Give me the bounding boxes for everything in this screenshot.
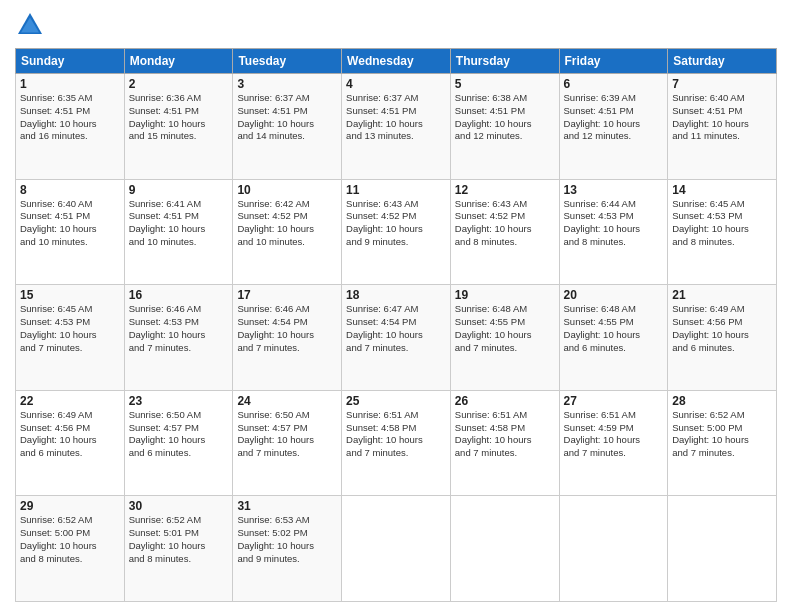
day-cell: 9Sunrise: 6:41 AM Sunset: 4:51 PM Daylig… xyxy=(124,179,233,285)
day-cell: 3Sunrise: 6:37 AM Sunset: 4:51 PM Daylig… xyxy=(233,74,342,180)
day-number: 13 xyxy=(564,183,664,197)
day-cell: 5Sunrise: 6:38 AM Sunset: 4:51 PM Daylig… xyxy=(450,74,559,180)
day-cell: 30Sunrise: 6:52 AM Sunset: 5:01 PM Dayli… xyxy=(124,496,233,602)
page: SundayMondayTuesdayWednesdayThursdayFrid… xyxy=(0,0,792,612)
header-cell-saturday: Saturday xyxy=(668,49,777,74)
day-info: Sunrise: 6:42 AM Sunset: 4:52 PM Dayligh… xyxy=(237,198,337,249)
day-cell: 16Sunrise: 6:46 AM Sunset: 4:53 PM Dayli… xyxy=(124,285,233,391)
day-cell: 7Sunrise: 6:40 AM Sunset: 4:51 PM Daylig… xyxy=(668,74,777,180)
day-number: 26 xyxy=(455,394,555,408)
day-info: Sunrise: 6:46 AM Sunset: 4:54 PM Dayligh… xyxy=(237,303,337,354)
day-cell xyxy=(342,496,451,602)
day-cell: 24Sunrise: 6:50 AM Sunset: 4:57 PM Dayli… xyxy=(233,390,342,496)
day-number: 25 xyxy=(346,394,446,408)
day-cell: 11Sunrise: 6:43 AM Sunset: 4:52 PM Dayli… xyxy=(342,179,451,285)
day-info: Sunrise: 6:36 AM Sunset: 4:51 PM Dayligh… xyxy=(129,92,229,143)
day-number: 29 xyxy=(20,499,120,513)
day-number: 22 xyxy=(20,394,120,408)
header-cell-wednesday: Wednesday xyxy=(342,49,451,74)
day-info: Sunrise: 6:50 AM Sunset: 4:57 PM Dayligh… xyxy=(129,409,229,460)
day-number: 4 xyxy=(346,77,446,91)
day-number: 19 xyxy=(455,288,555,302)
day-info: Sunrise: 6:37 AM Sunset: 4:51 PM Dayligh… xyxy=(237,92,337,143)
day-info: Sunrise: 6:50 AM Sunset: 4:57 PM Dayligh… xyxy=(237,409,337,460)
day-info: Sunrise: 6:51 AM Sunset: 4:58 PM Dayligh… xyxy=(346,409,446,460)
day-cell: 20Sunrise: 6:48 AM Sunset: 4:55 PM Dayli… xyxy=(559,285,668,391)
week-row-2: 8Sunrise: 6:40 AM Sunset: 4:51 PM Daylig… xyxy=(16,179,777,285)
day-cell: 6Sunrise: 6:39 AM Sunset: 4:51 PM Daylig… xyxy=(559,74,668,180)
day-info: Sunrise: 6:37 AM Sunset: 4:51 PM Dayligh… xyxy=(346,92,446,143)
day-cell: 8Sunrise: 6:40 AM Sunset: 4:51 PM Daylig… xyxy=(16,179,125,285)
day-number: 14 xyxy=(672,183,772,197)
day-number: 18 xyxy=(346,288,446,302)
day-number: 9 xyxy=(129,183,229,197)
day-cell: 12Sunrise: 6:43 AM Sunset: 4:52 PM Dayli… xyxy=(450,179,559,285)
header-row: SundayMondayTuesdayWednesdayThursdayFrid… xyxy=(16,49,777,74)
day-number: 2 xyxy=(129,77,229,91)
day-number: 10 xyxy=(237,183,337,197)
day-info: Sunrise: 6:43 AM Sunset: 4:52 PM Dayligh… xyxy=(455,198,555,249)
day-number: 7 xyxy=(672,77,772,91)
day-cell: 21Sunrise: 6:49 AM Sunset: 4:56 PM Dayli… xyxy=(668,285,777,391)
calendar-table: SundayMondayTuesdayWednesdayThursdayFrid… xyxy=(15,48,777,602)
header xyxy=(15,10,777,40)
day-number: 6 xyxy=(564,77,664,91)
logo-icon xyxy=(15,10,45,40)
day-number: 15 xyxy=(20,288,120,302)
day-cell: 1Sunrise: 6:35 AM Sunset: 4:51 PM Daylig… xyxy=(16,74,125,180)
logo xyxy=(15,10,49,40)
week-row-1: 1Sunrise: 6:35 AM Sunset: 4:51 PM Daylig… xyxy=(16,74,777,180)
day-info: Sunrise: 6:48 AM Sunset: 4:55 PM Dayligh… xyxy=(564,303,664,354)
week-row-5: 29Sunrise: 6:52 AM Sunset: 5:00 PM Dayli… xyxy=(16,496,777,602)
day-cell xyxy=(668,496,777,602)
day-info: Sunrise: 6:52 AM Sunset: 5:00 PM Dayligh… xyxy=(20,514,120,565)
day-cell: 29Sunrise: 6:52 AM Sunset: 5:00 PM Dayli… xyxy=(16,496,125,602)
day-number: 17 xyxy=(237,288,337,302)
day-cell: 23Sunrise: 6:50 AM Sunset: 4:57 PM Dayli… xyxy=(124,390,233,496)
day-number: 8 xyxy=(20,183,120,197)
day-number: 27 xyxy=(564,394,664,408)
day-info: Sunrise: 6:35 AM Sunset: 4:51 PM Dayligh… xyxy=(20,92,120,143)
day-info: Sunrise: 6:51 AM Sunset: 4:58 PM Dayligh… xyxy=(455,409,555,460)
day-cell: 2Sunrise: 6:36 AM Sunset: 4:51 PM Daylig… xyxy=(124,74,233,180)
day-cell xyxy=(559,496,668,602)
day-info: Sunrise: 6:49 AM Sunset: 4:56 PM Dayligh… xyxy=(20,409,120,460)
day-number: 30 xyxy=(129,499,229,513)
day-cell: 19Sunrise: 6:48 AM Sunset: 4:55 PM Dayli… xyxy=(450,285,559,391)
day-info: Sunrise: 6:53 AM Sunset: 5:02 PM Dayligh… xyxy=(237,514,337,565)
day-cell: 18Sunrise: 6:47 AM Sunset: 4:54 PM Dayli… xyxy=(342,285,451,391)
header-cell-tuesday: Tuesday xyxy=(233,49,342,74)
day-number: 24 xyxy=(237,394,337,408)
day-info: Sunrise: 6:41 AM Sunset: 4:51 PM Dayligh… xyxy=(129,198,229,249)
day-number: 23 xyxy=(129,394,229,408)
day-cell xyxy=(450,496,559,602)
day-info: Sunrise: 6:40 AM Sunset: 4:51 PM Dayligh… xyxy=(20,198,120,249)
day-cell: 25Sunrise: 6:51 AM Sunset: 4:58 PM Dayli… xyxy=(342,390,451,496)
day-info: Sunrise: 6:49 AM Sunset: 4:56 PM Dayligh… xyxy=(672,303,772,354)
day-info: Sunrise: 6:52 AM Sunset: 5:00 PM Dayligh… xyxy=(672,409,772,460)
day-info: Sunrise: 6:45 AM Sunset: 4:53 PM Dayligh… xyxy=(20,303,120,354)
day-cell: 22Sunrise: 6:49 AM Sunset: 4:56 PM Dayli… xyxy=(16,390,125,496)
day-cell: 15Sunrise: 6:45 AM Sunset: 4:53 PM Dayli… xyxy=(16,285,125,391)
header-cell-thursday: Thursday xyxy=(450,49,559,74)
day-number: 16 xyxy=(129,288,229,302)
day-number: 20 xyxy=(564,288,664,302)
day-number: 11 xyxy=(346,183,446,197)
calendar-header: SundayMondayTuesdayWednesdayThursdayFrid… xyxy=(16,49,777,74)
day-number: 28 xyxy=(672,394,772,408)
header-cell-friday: Friday xyxy=(559,49,668,74)
day-number: 3 xyxy=(237,77,337,91)
week-row-4: 22Sunrise: 6:49 AM Sunset: 4:56 PM Dayli… xyxy=(16,390,777,496)
day-cell: 4Sunrise: 6:37 AM Sunset: 4:51 PM Daylig… xyxy=(342,74,451,180)
day-cell: 31Sunrise: 6:53 AM Sunset: 5:02 PM Dayli… xyxy=(233,496,342,602)
day-cell: 27Sunrise: 6:51 AM Sunset: 4:59 PM Dayli… xyxy=(559,390,668,496)
day-info: Sunrise: 6:52 AM Sunset: 5:01 PM Dayligh… xyxy=(129,514,229,565)
day-info: Sunrise: 6:38 AM Sunset: 4:51 PM Dayligh… xyxy=(455,92,555,143)
day-cell: 10Sunrise: 6:42 AM Sunset: 4:52 PM Dayli… xyxy=(233,179,342,285)
day-info: Sunrise: 6:43 AM Sunset: 4:52 PM Dayligh… xyxy=(346,198,446,249)
day-info: Sunrise: 6:47 AM Sunset: 4:54 PM Dayligh… xyxy=(346,303,446,354)
week-row-3: 15Sunrise: 6:45 AM Sunset: 4:53 PM Dayli… xyxy=(16,285,777,391)
day-info: Sunrise: 6:40 AM Sunset: 4:51 PM Dayligh… xyxy=(672,92,772,143)
day-info: Sunrise: 6:46 AM Sunset: 4:53 PM Dayligh… xyxy=(129,303,229,354)
day-cell: 13Sunrise: 6:44 AM Sunset: 4:53 PM Dayli… xyxy=(559,179,668,285)
